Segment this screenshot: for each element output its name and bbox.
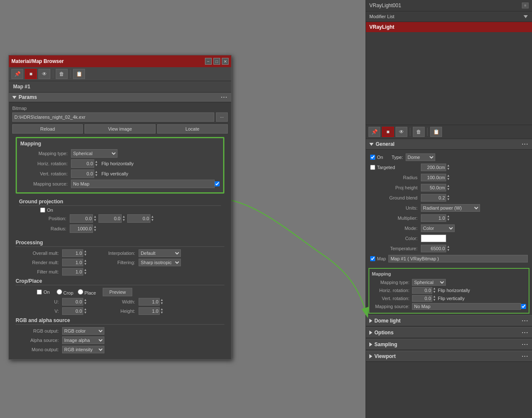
sampling-dots: ··· [522, 342, 529, 347]
general-section-content: On Type: Dome Targeted ▲▼ Radius ▲▼ [366, 150, 532, 266]
ground-blend-input[interactable] [421, 194, 446, 202]
ground-pos-y-input[interactable] [98, 214, 122, 223]
sampling-section[interactable]: Sampling ··· [366, 339, 532, 350]
temperature-spin: ▲▼ [447, 245, 450, 252]
params-content: Bitmap ··· Reload View image Locate Mapp… [9, 102, 231, 359]
rp-mapping-type-label: Mapping type: [372, 280, 412, 285]
overall-mult-input[interactable] [62, 249, 83, 257]
rp-vert-spin: ▲▼ [433, 295, 436, 302]
multiplier-input[interactable] [421, 214, 446, 222]
viewport-section[interactable]: Viewport ··· [366, 351, 532, 362]
interp-select[interactable]: Default [139, 249, 181, 257]
reload-button[interactable]: Reload [12, 124, 83, 134]
active-toolbar-btn[interactable]: ■ [382, 127, 394, 137]
filter-mult-input[interactable] [62, 268, 83, 276]
map-value-bar[interactable]: Map #1 ( VRayBitmap ) [388, 255, 528, 262]
properties-area: General ··· On Type: Dome Targeted [366, 139, 532, 418]
type-select[interactable]: Dome [406, 153, 435, 161]
temperature-input[interactable] [421, 245, 446, 252]
general-on-checkbox[interactable] [370, 155, 375, 160]
dialog-mapping-type-select[interactable]: Spherical [71, 149, 117, 158]
crop-width-input[interactable] [139, 298, 160, 306]
crop-u-input[interactable] [62, 298, 83, 306]
dialog-mapping-source-row: Mapping source: No Map [20, 180, 220, 188]
vraylight-title: VRayLight001 [369, 3, 401, 8]
map-checkbox[interactable] [370, 256, 375, 261]
edit-toolbar-btn[interactable]: 📋 [430, 127, 442, 137]
rp-vert-rotation-row: Vert. rotation: ▲▼ Flip vertically [372, 295, 526, 302]
crop-height-input[interactable] [139, 307, 160, 315]
options-section[interactable]: Options ··· [366, 327, 532, 338]
crop-on-checkbox[interactable] [37, 290, 42, 295]
params-section-header[interactable]: Params ··· [9, 93, 231, 102]
material-button[interactable]: ■ [25, 69, 37, 79]
dialog-horiz-rotation-input[interactable] [71, 159, 94, 168]
ground-radius-input[interactable] [70, 224, 93, 233]
separator2 [70, 70, 71, 78]
dialog-mapping-source-checkbox[interactable] [215, 181, 220, 186]
rp-no-map-bar: No Map [412, 303, 521, 310]
preview-button[interactable]: Preview [103, 288, 132, 296]
dialog-vert-rotation-input[interactable] [71, 169, 94, 178]
view-image-button[interactable]: View image [85, 124, 155, 134]
eyedropper-button[interactable]: 👁 [38, 69, 50, 79]
radius-input[interactable] [421, 174, 446, 181]
rp-vert-rotation-input[interactable] [412, 295, 432, 302]
browse-button[interactable]: ··· [216, 112, 228, 122]
delete-button[interactable]: 🗑 [56, 69, 68, 79]
place-radio[interactable] [78, 289, 83, 295]
alpha-source-select[interactable]: Image alpha [62, 336, 104, 344]
toolbar-row: 📌 ■ 👁 🗑 📋 [366, 125, 532, 139]
modifier-list-label: Modifier List [369, 14, 394, 19]
proj-height-input[interactable] [421, 184, 446, 191]
pin-button[interactable]: 📌 [11, 69, 23, 79]
dome-light-icon [369, 319, 372, 323]
crop-place-section: Crop/Place On Crop Place Preview [16, 278, 224, 315]
close-button[interactable]: ✕ [222, 58, 229, 65]
rp-mapping-type-select[interactable]: Spherical [412, 279, 446, 286]
crop-width-spin: ▲▼ [160, 298, 164, 305]
pin-toolbar-btn[interactable]: 📌 [368, 127, 380, 137]
bitmap-path-input[interactable] [12, 112, 214, 122]
mode-select[interactable]: Color [421, 224, 455, 232]
panel-expand-button[interactable]: ≡ [522, 3, 529, 8]
crop-v-input[interactable] [62, 307, 83, 315]
temperature-row: Temperature: ▲▼ [366, 243, 532, 254]
ground-pos-x-input[interactable] [70, 214, 93, 223]
targeted-value-input[interactable] [421, 164, 446, 171]
targeted-checkbox[interactable] [370, 165, 375, 170]
separator1 [53, 70, 53, 78]
dialog-mapping-source-label: Mapping source: [20, 181, 71, 186]
viewport-icon [369, 354, 372, 358]
mono-output-select[interactable]: RGB intensity [62, 346, 104, 353]
params-dots: ··· [221, 94, 228, 100]
crop-radio[interactable] [57, 289, 62, 295]
dialog-mapping-type-row: Mapping type: Spherical [20, 149, 220, 158]
dialog-vert-rotation-row: Vert. rotation: ▲▼ Flip vertically [20, 169, 220, 178]
modifier-dropdown-icon[interactable] [523, 14, 529, 19]
delete-toolbar-btn[interactable]: 🗑 [413, 127, 425, 137]
dome-light-label: Dome light [374, 318, 401, 324]
edit-button[interactable]: 📋 [73, 69, 85, 79]
mono-output-label: Mono output: [16, 347, 62, 352]
maximize-button[interactable]: □ [213, 58, 220, 65]
locate-button[interactable]: Locate [157, 124, 228, 134]
alpha-source-row: Alpha source: Image alpha [16, 336, 224, 344]
eyedropper-toolbar-btn[interactable]: 👁 [396, 127, 407, 137]
color-swatch[interactable] [421, 235, 446, 242]
ground-pos-z-input[interactable] [127, 214, 150, 223]
dialog-content: Params ··· Bitmap ··· Reload View image … [9, 93, 231, 359]
general-section-header[interactable]: General ··· [366, 139, 532, 150]
rp-horiz-rotation-input[interactable] [412, 287, 432, 294]
multiplier-row: Multiplier: ▲▼ [366, 213, 532, 223]
ground-on-checkbox[interactable] [40, 208, 45, 213]
units-select[interactable]: Radiant power (W) [421, 204, 480, 212]
overall-mult-spin: ▲▼ [84, 250, 87, 257]
minimize-button[interactable]: − [205, 58, 212, 65]
render-mult-input[interactable] [62, 259, 83, 266]
rgb-output-select[interactable]: RGB color [62, 327, 104, 335]
rp-mapping-source-checkbox[interactable] [521, 304, 526, 309]
dome-light-section[interactable]: Dome light ··· [366, 315, 532, 326]
filtering-select[interactable]: Sharp isotropic [139, 259, 181, 266]
dialog-flip-v-label: Flip vertically [101, 171, 128, 176]
